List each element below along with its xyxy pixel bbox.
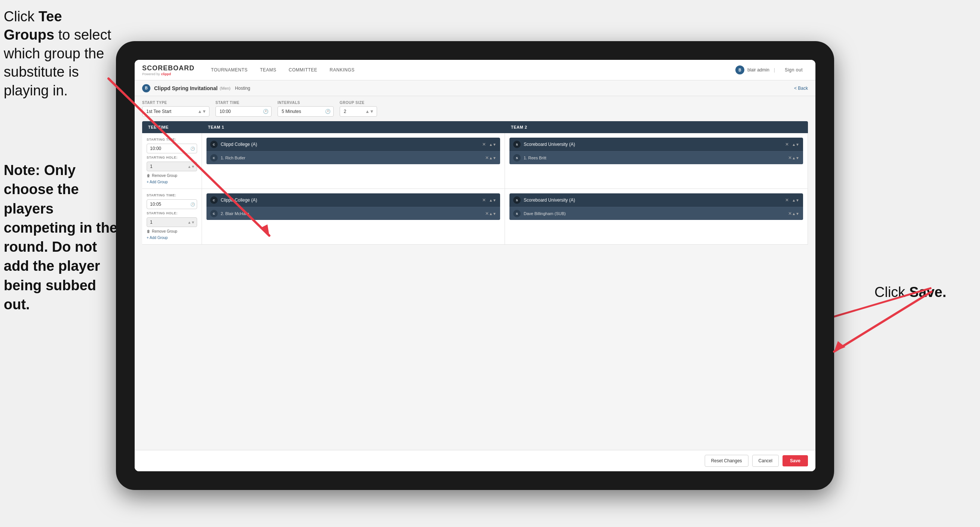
group2-team1-remove-icon[interactable]: ✕ bbox=[482, 197, 486, 203]
group2-team2-player-logo: S bbox=[513, 210, 521, 217]
group1-team2-player-remove[interactable]: ✕ bbox=[788, 155, 792, 161]
group2-add-link[interactable]: + Add Group bbox=[146, 236, 197, 240]
tee-groups-bold: Tee Groups bbox=[4, 9, 62, 43]
group2-team2-player-arrows[interactable]: ▲▼ bbox=[792, 212, 799, 216]
nav-user: B blair admin | Sign out bbox=[735, 65, 808, 75]
group1-team1-player-logo: C bbox=[210, 154, 218, 162]
group1-team1-logo: C bbox=[210, 141, 218, 148]
group1-team1-actions: ✕ ▲▼ bbox=[482, 142, 496, 147]
nav-committee[interactable]: COMMITTEE bbox=[283, 65, 323, 75]
group1-remove-link[interactable]: 🗑 Remove Group bbox=[146, 174, 197, 178]
group2-team1-player-row: C 2. Blair McHarg ✕ ▲▼ bbox=[207, 207, 500, 220]
group1-hole-label: STARTING HOLE: bbox=[146, 156, 197, 159]
hosting-label: Hosting bbox=[235, 86, 250, 91]
group1-left: STARTING TIME: 🕐 STARTING HOLE: 1 ▲▼ bbox=[142, 133, 202, 188]
group2-hole-label: STARTING HOLE: bbox=[146, 211, 197, 215]
tee-table: Tee Time Team 1 Team 2 STARTING TIME: 🕐 … bbox=[135, 121, 815, 450]
group1-time-icon: 🕐 bbox=[190, 146, 195, 151]
group2-team1-player-name: 2. Blair McHarg bbox=[221, 211, 485, 216]
table-header: Tee Time Team 1 Team 2 bbox=[142, 121, 808, 133]
group1-add-link[interactable]: + Add Group bbox=[146, 180, 197, 184]
note-bold: Note: Only choose the players competing … bbox=[4, 162, 118, 312]
group1-team2-remove-icon[interactable]: ✕ bbox=[785, 142, 789, 147]
reset-changes-button[interactable]: Reset Changes bbox=[705, 455, 748, 467]
group1-team1: C Clippd College (A) ✕ ▲▼ C 1. Rich Butl… bbox=[202, 133, 505, 188]
nav-divider: | bbox=[774, 67, 775, 73]
user-name: blair admin bbox=[747, 67, 769, 73]
intervals-clock-icon: 🕐 bbox=[325, 109, 331, 114]
start-type-chevron-icon: ▲▼ bbox=[197, 109, 207, 114]
group2-team2-header: S Scoreboard University (A) ✕ ▲▼ bbox=[509, 193, 803, 207]
start-type-input-wrapper: ▲▼ bbox=[142, 106, 210, 117]
group1-team1-player-arrows[interactable]: ▲▼ bbox=[489, 156, 496, 160]
tablet-shell: SCOREBOARD Powered by clippd TOURNAMENTS… bbox=[116, 41, 834, 490]
start-type-field: Start Type ▲▼ bbox=[142, 100, 210, 117]
group1-team2-arrows-icon[interactable]: ▲▼ bbox=[792, 143, 799, 146]
group-size-input-wrapper: ▲▼ bbox=[340, 106, 377, 117]
group1-time-wrapper: 🕐 bbox=[146, 143, 197, 153]
group2-team2-player-remove[interactable]: ✕ bbox=[788, 211, 792, 216]
powered-by: Powered by clippd bbox=[142, 72, 194, 76]
back-button[interactable]: < Back bbox=[794, 86, 808, 91]
group1-team1-player-remove[interactable]: ✕ bbox=[485, 155, 489, 161]
group1-team1-remove-icon[interactable]: ✕ bbox=[482, 142, 486, 147]
nav-tournaments[interactable]: TOURNAMENTS bbox=[206, 65, 253, 75]
group1-team2-player-name: 1. Rees Britt bbox=[523, 156, 788, 160]
group-size-field: Group Size ▲▼ bbox=[340, 100, 377, 117]
remove-icon-1: 🗑 bbox=[146, 174, 150, 178]
group1-team2-player-arrows[interactable]: ▲▼ bbox=[792, 156, 799, 160]
tournament-title: Clippd Spring Invitational bbox=[154, 85, 218, 91]
tablet-screen: SCOREBOARD Powered by clippd TOURNAMENTS… bbox=[135, 60, 815, 471]
group1-team2-actions: ✕ ▲▼ bbox=[785, 142, 799, 147]
add-group-label-2: + Add Group bbox=[146, 236, 167, 240]
nav-links: TOURNAMENTS TEAMS COMMITTEE RANKINGS bbox=[206, 65, 735, 75]
group2-team1-card: C Clippd College (A) ✕ ▲▼ C 2. Blair McH… bbox=[207, 193, 500, 220]
group1-team2-player-row: S 1. Rees Britt ✕ ▲▼ bbox=[509, 151, 803, 164]
intervals-field: Intervals 🕐 bbox=[278, 100, 334, 117]
cancel-button[interactable]: Cancel bbox=[752, 455, 779, 467]
start-type-label: Start Type bbox=[142, 100, 210, 105]
group1-time-input[interactable] bbox=[146, 143, 197, 153]
sign-out-link[interactable]: Sign out bbox=[780, 65, 808, 75]
save-button[interactable]: Save bbox=[783, 455, 808, 466]
click-save-label: Click Save. bbox=[875, 284, 947, 300]
instruction-top: Click Tee Groups to select which group t… bbox=[4, 8, 116, 100]
start-time-clock-icon: 🕐 bbox=[263, 109, 269, 114]
remove-group-label-1: Remove Group bbox=[152, 174, 177, 178]
group2-team1-header: C Clippd College (A) ✕ ▲▼ bbox=[207, 193, 500, 207]
group1-team2: S Scoreboard University (A) ✕ ▲▼ S 1. Re… bbox=[505, 133, 808, 188]
group1-hole-arrow: ▲▼ bbox=[188, 165, 195, 169]
remove-group-label-2: Remove Group bbox=[152, 229, 177, 233]
nav-rankings[interactable]: RANKINGS bbox=[324, 65, 360, 75]
instruction-text-content: Click Tee Groups to select which group t… bbox=[4, 9, 111, 99]
group2-time-wrapper: 🕐 bbox=[146, 199, 197, 209]
scoreboard-logo: SCOREBOARD bbox=[142, 64, 194, 72]
group2-team2-arrows-icon[interactable]: ▲▼ bbox=[792, 198, 799, 202]
clippd-brand: clippd bbox=[161, 72, 171, 76]
group1-team2-card: S Scoreboard University (A) ✕ ▲▼ S 1. Re… bbox=[509, 138, 803, 164]
group2-team1-player-remove[interactable]: ✕ bbox=[485, 211, 489, 216]
group2-team2-player-name: Dave Billingham (SUB) bbox=[523, 211, 788, 216]
group2-team1-actions: ✕ ▲▼ bbox=[482, 197, 496, 203]
col-team1: Team 1 bbox=[202, 121, 505, 133]
group1-team1-arrows-icon[interactable]: ▲▼ bbox=[489, 143, 496, 146]
user-avatar: B bbox=[735, 65, 745, 75]
group2-time-label: STARTING TIME: bbox=[146, 193, 197, 197]
group2-remove-link[interactable]: 🗑 Remove Group bbox=[146, 229, 197, 233]
group2-team2-remove-icon[interactable]: ✕ bbox=[785, 197, 789, 203]
group2-hole-wrapper: 1 ▲▼ bbox=[146, 217, 197, 227]
group2-left: STARTING TIME: 🕐 STARTING HOLE: 1 ▲▼ bbox=[142, 189, 202, 244]
group1-hole-wrapper: 1 ▲▼ bbox=[146, 162, 197, 171]
start-time-input-wrapper: 🕐 bbox=[215, 106, 272, 117]
group2-time-input[interactable] bbox=[146, 199, 197, 209]
start-time-label: Start Time bbox=[215, 100, 272, 105]
group2-team1-player-arrows[interactable]: ▲▼ bbox=[489, 212, 496, 216]
group1-time-label: STARTING TIME: bbox=[146, 138, 197, 142]
group-row-2: STARTING TIME: 🕐 STARTING HOLE: 1 ▲▼ bbox=[142, 189, 808, 245]
group2-team1-arrows-icon[interactable]: ▲▼ bbox=[489, 198, 496, 202]
group-row-1: STARTING TIME: 🕐 STARTING HOLE: 1 ▲▼ bbox=[142, 133, 808, 189]
nav-teams[interactable]: TEAMS bbox=[255, 65, 282, 75]
group-size-label: Group Size bbox=[340, 100, 377, 105]
group2-team1-player-logo: C bbox=[210, 210, 218, 217]
intervals-label: Intervals bbox=[278, 100, 334, 105]
